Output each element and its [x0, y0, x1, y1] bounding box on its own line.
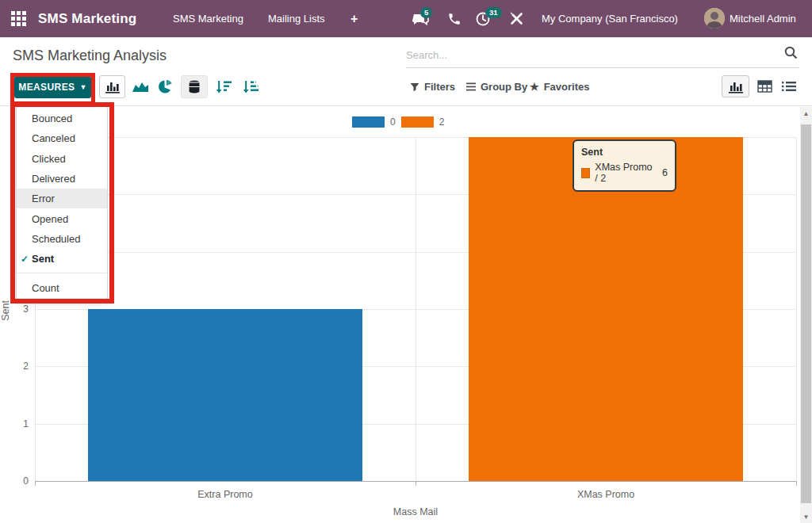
y-tick-label: 2: [8, 361, 29, 372]
avatar[interactable]: [704, 8, 725, 29]
scrollbar-thumb[interactable]: [801, 124, 811, 503]
filters-button[interactable]: Filters: [410, 75, 455, 98]
legend-swatch: [352, 116, 385, 128]
tooltip-swatch: [581, 168, 590, 178]
measures-menu-item-canceled[interactable]: Canceled: [17, 128, 107, 148]
filters-label: Filters: [424, 81, 455, 93]
stacked-database-icon: [187, 79, 201, 94]
y-tick-label: 0: [8, 475, 29, 487]
top-navbar: SMS Marketing SMS Marketing Mailing List…: [0, 0, 812, 37]
sort-ascending-button[interactable]: [238, 75, 264, 98]
group-by-icon: [466, 82, 476, 91]
phone-icon[interactable]: [447, 0, 462, 37]
pie-chart-icon: [158, 79, 173, 94]
measures-menu-item-opened[interactable]: Opened: [17, 208, 107, 228]
apps-grid-icon[interactable]: [11, 0, 26, 37]
check-icon: ✓: [21, 254, 29, 265]
magnifier-svg: [784, 46, 798, 59]
activities-clock-icon[interactable]: [475, 0, 491, 37]
gridline-vertical: [416, 137, 416, 481]
sort-asc-icon: [243, 80, 259, 94]
measures-menu-item-label: Sent: [32, 253, 54, 265]
x-category-label: Extra Promo: [197, 489, 252, 500]
menu-mailing-lists[interactable]: Mailing Lists: [268, 0, 325, 37]
legend-label: 2: [439, 116, 445, 128]
app-title: SMS Marketing: [38, 0, 136, 37]
measures-dropdown: BouncedCanceledClickedDeliveredErrorOpen…: [16, 105, 108, 303]
sort-desc-icon: [216, 80, 232, 94]
measures-menu-item-label: Opened: [32, 213, 68, 225]
legend-swatch: [401, 116, 434, 128]
measures-menu-item-label: Canceled: [32, 132, 75, 144]
measures-menu-item-scheduled[interactable]: Scheduled: [17, 229, 107, 249]
chart-type-line-button[interactable]: [127, 75, 153, 98]
measures-menu-item-delivered[interactable]: Delivered: [17, 169, 107, 189]
measures-menu-item-label: Error: [32, 193, 55, 204]
search-icon[interactable]: [784, 46, 798, 63]
measures-button-label: MEASURES: [18, 82, 75, 93]
measures-menu-item-clicked[interactable]: Clicked: [17, 149, 107, 169]
view-switcher-graph[interactable]: [722, 75, 749, 97]
chart-tooltip: Sent XMas Promo / 2 6: [573, 139, 676, 192]
page-title: SMS Marketing Analysis: [13, 48, 167, 64]
x-axis-tick: [416, 481, 416, 486]
developer-tools-icon[interactable]: [510, 0, 523, 37]
measures-menu-item-label: Clicked: [32, 153, 66, 165]
view-switcher-list[interactable]: [775, 75, 802, 97]
scroll-up-icon[interactable]: ▲: [800, 107, 812, 120]
chart-type-pie-button[interactable]: [152, 75, 178, 98]
sort-descending-button[interactable]: [211, 75, 237, 98]
measures-button[interactable]: MEASURES ▼: [14, 76, 91, 98]
chart-type-bar-button[interactable]: [99, 75, 125, 98]
messages-badge: 5: [420, 7, 432, 18]
stacked-toggle-button[interactable]: [181, 75, 208, 98]
menu-sms-marketing[interactable]: SMS Marketing: [173, 0, 243, 37]
group-by-label: Group By: [481, 81, 527, 93]
graph-view-icon: [728, 80, 744, 94]
vertical-scrollbar[interactable]: ▲ ▼: [800, 107, 812, 523]
tooltip-label: XMas Promo / 2: [595, 162, 655, 184]
company-switcher[interactable]: My Company (San Francisco): [542, 0, 678, 37]
control-panel: SMS Marketing Analysis MEASURES ▼: [0, 37, 812, 106]
user-menu[interactable]: Mitchell Admin: [730, 0, 796, 37]
apps-grid-icon-svg: [11, 11, 26, 26]
tooltip-title: Sent: [581, 147, 668, 158]
menu-add-plus[interactable]: +: [350, 0, 358, 37]
graph-view-canvas: 02 0123456Extra PromoXMas Promo Sent Mas…: [0, 107, 812, 523]
messages-icon[interactable]: [411, 0, 430, 37]
bar-chart-icon: [105, 80, 121, 94]
bar-extra-promo[interactable]: [88, 309, 362, 481]
chevron-down-icon: ▼: [79, 83, 86, 91]
measures-menu-item-label: Scheduled: [32, 233, 80, 245]
area-chart-icon: [132, 81, 148, 93]
tooltip-value: 6: [662, 167, 668, 178]
measures-menu-item-label: Bounced: [32, 113, 72, 124]
pivot-view-icon: [757, 80, 772, 93]
legend-item-2[interactable]: 2: [401, 116, 445, 128]
search-input[interactable]: [406, 45, 776, 64]
avatar-silhouette: [704, 8, 725, 29]
legend-label: 0: [390, 116, 396, 128]
tools-icon-svg: [510, 12, 523, 25]
filter-funnel-icon: [410, 82, 419, 92]
y-tick-label: 1: [8, 418, 29, 429]
x-category-label: XMas Promo: [577, 489, 634, 500]
measures-menu-item-bounced[interactable]: Bounced: [17, 109, 107, 128]
x-axis-tick: [35, 481, 36, 486]
measures-menu-item-error[interactable]: Error: [17, 189, 107, 208]
activities-badge: 31: [485, 7, 502, 18]
scroll-down-icon[interactable]: ▼: [800, 510, 812, 523]
group-by-button[interactable]: Group By: [466, 75, 527, 98]
x-axis-tick: [796, 481, 797, 486]
measures-menu-item-label: Delivered: [32, 173, 75, 185]
y-axis-title: Sent: [0, 295, 11, 326]
menu-divider: [17, 273, 107, 273]
legend-item-0[interactable]: 0: [352, 116, 396, 128]
favorites-button[interactable]: ★ Favorites: [530, 75, 589, 98]
favorites-label: Favorites: [544, 81, 590, 93]
chart-legend: 02: [352, 116, 444, 128]
list-view-icon: [782, 81, 796, 92]
measures-menu-item-count[interactable]: Count: [17, 277, 107, 297]
x-axis-title: Mass Mail: [393, 506, 438, 517]
measures-menu-item-sent[interactable]: ✓Sent: [17, 249, 107, 269]
